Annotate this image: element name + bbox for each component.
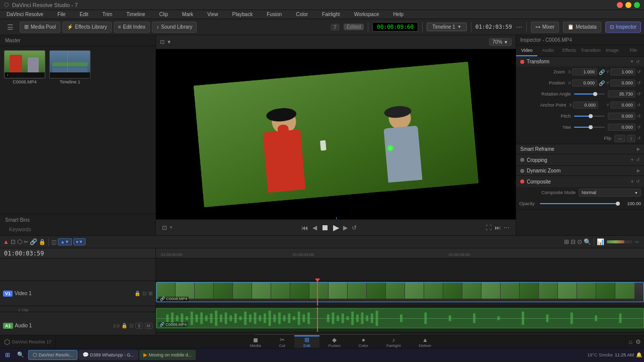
menu-playback[interactable]: Playback (229, 12, 257, 17)
transform-header[interactable]: Transform ▼ ↺ (516, 57, 644, 66)
zoom-reset-btn[interactable]: ↺ (637, 69, 641, 74)
dynamic-zoom-header[interactable]: Dynamic Zoom ▶ (516, 166, 644, 175)
zoom-x-input[interactable] (572, 68, 597, 75)
menu-view[interactable]: View (204, 12, 222, 17)
tab-file[interactable]: File (623, 45, 644, 56)
rotation-reset-btn[interactable]: ↺ (637, 92, 641, 97)
menu-file[interactable]: File (54, 12, 69, 17)
skip-end-btn[interactable]: ⏭ (495, 224, 501, 231)
menu-trim[interactable]: Trim (99, 12, 116, 17)
menu-fairlight[interactable]: Fairlight (318, 12, 344, 17)
composite-mode-select[interactable]: Normal ▼ (579, 189, 641, 197)
main-timecode[interactable]: 00:00:09:60 (372, 22, 418, 32)
nav-tab-deliver[interactable]: ▲ Deliver (410, 335, 440, 348)
anchor-x-input[interactable] (573, 102, 598, 109)
preview-more-btn[interactable]: ⋯ (504, 224, 510, 231)
yaw-reset-btn[interactable]: ↺ (637, 125, 641, 130)
flip-horizontal-btn[interactable]: ↔ (614, 135, 625, 142)
taskbar-item-moving[interactable]: ▶ Moving on mobile d... (139, 350, 196, 360)
a1-mono-btn[interactable]: ⊡ (129, 323, 133, 328)
nav-tab-edit[interactable]: ⊞ Edit (294, 335, 319, 348)
nav-tab-fusion[interactable]: ◆ Fusion (319, 335, 350, 348)
smart-reframe-header[interactable]: Smart Reframe ▶ (516, 144, 644, 154)
tab-effects[interactable]: Effects (558, 45, 580, 56)
a1-lock-btn[interactable]: 🔒 (121, 323, 127, 328)
tl-tool-dynamic[interactable]: ⬡ (17, 238, 22, 245)
nav-tab-cut[interactable]: ✂ Cut (270, 335, 294, 348)
nav-tab-color[interactable]: ● Color (350, 335, 377, 348)
edit-index-btn[interactable]: ≡ Edit Index (114, 22, 150, 33)
fullscreen-btn[interactable]: ⛶ (486, 224, 492, 231)
a1-s-btn[interactable]: S (135, 323, 142, 329)
menu-timeline[interactable]: Timeline (123, 12, 148, 17)
timeline-name-display[interactable]: Timeline 1 ▼ (427, 23, 467, 31)
media-pool-toggle-btn[interactable]: ⊞ Media Pool (20, 22, 60, 33)
menu-color[interactable]: Color (292, 12, 311, 17)
metadata-btn[interactable]: 📋 Metadata (563, 22, 601, 33)
v1-filmstrip-btn[interactable]: ⊞ (148, 291, 152, 296)
pos-link-icon[interactable]: 🔗 (599, 80, 605, 86)
v1-video-clip[interactable]: 🔗 C0006.MP4 (156, 282, 644, 302)
anchor-y-input[interactable] (610, 102, 635, 109)
tl-snap-btn[interactable]: ◫ (51, 239, 56, 245)
tl-tool-link[interactable]: 🔗 (30, 238, 37, 245)
pitch-reset-btn[interactable]: ↺ (637, 114, 641, 119)
menu-workspace[interactable]: Workspace (351, 12, 383, 17)
tab-audio[interactable]: Audio (537, 45, 558, 56)
stop-btn[interactable]: ⏹ (321, 223, 329, 232)
rotation-input[interactable] (608, 90, 635, 98)
flip-vertical-btn[interactable]: ↕ (627, 135, 635, 142)
a1-m-btn[interactable]: M (145, 323, 153, 329)
media-item-timeline1[interactable]: Timeline 1 (49, 50, 91, 210)
tl-zoom-out-btn[interactable]: ⊟ (571, 238, 576, 245)
tl-tool-trim[interactable]: ⊡ (11, 238, 16, 245)
tab-image[interactable]: Image (602, 45, 623, 56)
position-x-input[interactable] (572, 79, 597, 86)
cropping-header[interactable]: Cropping + ↺ (516, 154, 644, 165)
window-min-btn[interactable] (625, 2, 631, 8)
menu-davinci[interactable]: DaVinci Resolve (3, 12, 47, 17)
menu-fusion[interactable]: Fusion (263, 12, 285, 17)
anchor-reset-btn[interactable]: ↺ (637, 103, 641, 108)
zoom-level-display[interactable]: 70% ▼ (489, 38, 512, 46)
sound-library-btn[interactable]: ♪ Sound Library (152, 22, 197, 33)
menu-help[interactable]: Help (389, 12, 407, 17)
menu-mark[interactable]: Mark (179, 12, 197, 17)
composite-header[interactable]: Composite + ↺ (516, 176, 644, 187)
tl-zoom-in-btn[interactable]: ⊞ (564, 238, 569, 245)
settings-btn[interactable]: ⚙ (635, 338, 641, 345)
v1-mono-btn[interactable]: ⊡ (142, 291, 146, 296)
notification-icon[interactable]: 🔔 (636, 352, 642, 357)
home-btn[interactable]: ⌂ (629, 338, 632, 345)
timeline-scroll[interactable] (156, 332, 644, 335)
tl-zoom-fit-btn[interactable]: ⊙ (577, 238, 582, 245)
loop-btn[interactable]: ↺ (352, 224, 357, 231)
tl-magnify-btn[interactable]: 🔍 (584, 238, 591, 245)
opacity-slider-thumb[interactable] (616, 202, 620, 206)
flip-reset-btn[interactable]: ↺ (637, 136, 641, 141)
tl-tool-arrow[interactable]: ▲ (3, 238, 9, 245)
tab-video[interactable]: Video (516, 45, 537, 56)
inspector-btn[interactable]: ⊡ Inspector (605, 22, 641, 33)
pitch-input[interactable] (608, 113, 635, 120)
win-search-btn[interactable]: 🔍 (14, 350, 27, 359)
position-y-input[interactable] (610, 79, 635, 86)
step-forward-btn[interactable]: ▶ (343, 224, 348, 231)
v1-lock-btn[interactable]: 🔒 (134, 291, 140, 296)
effects-library-btn[interactable]: ⚡ Effects Library (62, 22, 112, 33)
menu-edit[interactable]: Edit (76, 12, 92, 17)
play-btn[interactable]: ▶ (333, 223, 339, 232)
skip-to-start-btn[interactable]: ⏮ (301, 224, 308, 232)
viewer-layout-btn[interactable]: ⊡ (160, 39, 165, 45)
crop-add-icon[interactable]: + (630, 156, 634, 163)
tl-flag-btn[interactable]: ▲▼ (58, 238, 72, 245)
link-icon[interactable]: 🔗 (599, 69, 605, 75)
comp-add-icon[interactable]: + (630, 178, 634, 185)
viewer-resize-btn[interactable]: ⊡ (162, 224, 167, 231)
crop-reset-icon[interactable]: ↺ (636, 157, 640, 162)
window-close-btn[interactable] (617, 2, 623, 8)
pos-reset-btn[interactable]: ↺ (637, 80, 641, 85)
zoom-y-input[interactable] (610, 68, 635, 75)
tl-tool-lock[interactable]: 🔒 (39, 239, 46, 245)
menu-clip[interactable]: Clip (156, 12, 172, 17)
